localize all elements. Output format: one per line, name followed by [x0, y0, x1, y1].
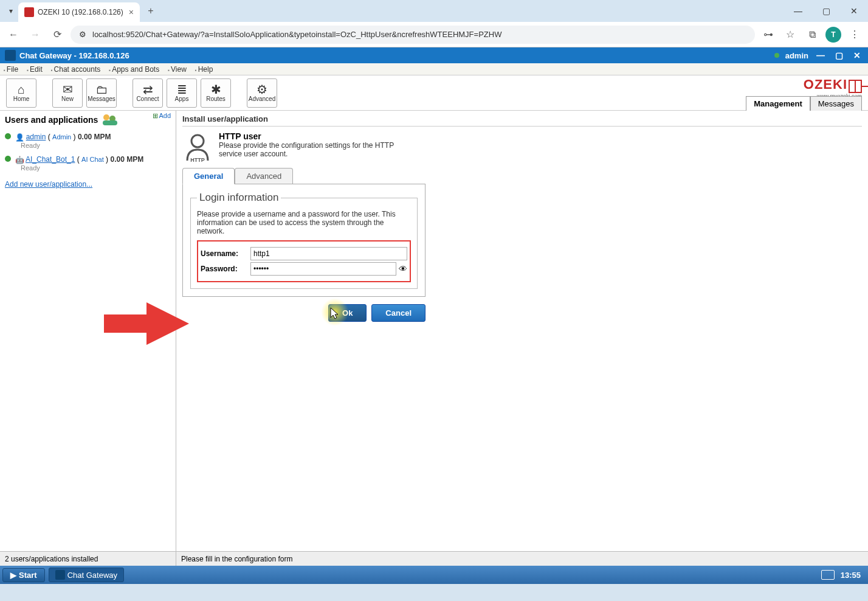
clock: 13:55 — [841, 571, 861, 580]
tool-home[interactable]: ⌂Home — [6, 78, 36, 108]
status-bar: 2 users/applications installed Please fi… — [0, 551, 868, 566]
start-icon: ▶ — [10, 571, 16, 580]
nav-forward-icon[interactable]: → — [27, 26, 44, 43]
status-left: 2 users/applications installed — [0, 552, 176, 566]
content-heading: Install user/application — [182, 114, 862, 127]
status-online-icon — [5, 156, 11, 162]
app-logo-icon — [5, 50, 16, 61]
url-input[interactable]: ⚙ localhost:9520/Chat+Gateway/?a=Install… — [71, 26, 755, 44]
fieldset-legend: Login information — [197, 192, 281, 204]
status-online-icon — [5, 133, 11, 139]
svg-rect-2 — [103, 120, 117, 125]
folder-icon: 🗀 — [95, 83, 108, 96]
password-input[interactable] — [250, 262, 396, 276]
user-status: Ready — [21, 164, 171, 172]
extensions-icon[interactable]: ⧉ — [804, 26, 821, 43]
app-title: Chat Gateway - 192.168.0.126 — [19, 51, 129, 60]
menu-edit[interactable]: Edit — [27, 65, 43, 74]
tab-advanced[interactable]: Advanced — [235, 168, 293, 184]
subject-title: HTTP user — [219, 131, 401, 141]
tool-routes[interactable]: ✱Routes — [201, 78, 231, 108]
ozeki-grid-icon — [849, 80, 862, 93]
user-status-dot-icon — [774, 53, 779, 58]
config-panel: Login information Please provide a usern… — [182, 184, 425, 297]
status-right: Please fill in the configuration form — [176, 555, 292, 563]
new-icon: ✉ — [63, 83, 73, 96]
add-new-user-link[interactable]: Add new user/application... — [5, 180, 171, 189]
taskbar: ▶ Start Chat Gateway 13:55 — [0, 566, 868, 584]
browser-tab[interactable]: OZEKI 10 (192.168.0.126) × — [18, 2, 140, 22]
window-minimize-icon[interactable]: — — [784, 0, 812, 22]
annotation-arrow-icon — [104, 302, 189, 345]
menu-file[interactable]: File — [4, 65, 18, 74]
header-user[interactable]: admin — [785, 51, 808, 60]
show-password-icon[interactable]: 👁 — [399, 264, 407, 274]
svg-point-3 — [191, 135, 204, 147]
sidebar-add-link[interactable]: Add — [153, 112, 171, 120]
toolbar: ⌂Home ✉New 🗀Messages ⇄Connect ≣Apps ✱Rou… — [0, 75, 868, 111]
menu-help[interactable]: Help — [195, 65, 213, 74]
subject-desc: Please provide the configuration setting… — [219, 141, 401, 158]
bot-icon: 🤖 — [15, 156, 24, 164]
browser-menu-icon[interactable]: ⋮ — [846, 26, 863, 43]
menu-chat-accounts[interactable]: Chat accounts — [51, 65, 101, 74]
tab-general[interactable]: General — [182, 168, 235, 184]
tool-apps[interactable]: ≣Apps — [167, 78, 197, 108]
new-tab-button[interactable]: + — [142, 2, 159, 19]
site-info-icon[interactable]: ⚙ — [79, 30, 86, 39]
content-area: Install user/application HTTP HTTP user … — [176, 111, 868, 551]
users-group-icon — [102, 113, 120, 127]
window-maximize-icon[interactable]: ▢ — [812, 0, 840, 22]
fieldset-desc: Please provide a username and a password… — [197, 210, 411, 235]
header-minimize-icon[interactable]: — — [815, 49, 827, 61]
bookmark-icon[interactable]: ☆ — [782, 26, 799, 43]
tool-new[interactable]: ✉New — [52, 78, 83, 108]
svg-text:HTTP: HTTP — [190, 157, 205, 162]
nav-reload-icon[interactable]: ⟳ — [49, 26, 66, 43]
tool-messages[interactable]: 🗀Messages — [86, 78, 117, 108]
user-link[interactable]: AI_Chat_Bot_1 — [26, 155, 75, 164]
apps-icon: ≣ — [177, 83, 187, 96]
tool-connect[interactable]: ⇄Connect — [133, 78, 163, 108]
connect-icon: ⇄ — [143, 83, 153, 96]
taskbar-app-icon — [55, 570, 65, 580]
tab-favicon — [24, 7, 34, 17]
tool-advanced[interactable]: ⚙Advanced — [247, 78, 277, 108]
user-row-bot[interactable]: 🤖 AI_Chat_Bot_1 ( AI Chat ) 0.00 MPM — [5, 155, 171, 164]
profile-avatar[interactable]: T — [825, 27, 841, 43]
user-status: Ready — [21, 142, 171, 149]
username-input[interactable] — [250, 247, 407, 260]
user-link[interactable]: admin — [26, 133, 46, 141]
taskbar-app[interactable]: Chat Gateway — [49, 568, 124, 582]
password-label: Password: — [201, 265, 250, 273]
tab-dropdown-icon[interactable]: ▾ — [4, 4, 18, 18]
header-maximize-icon[interactable]: ▢ — [833, 49, 845, 61]
svg-marker-5 — [104, 302, 189, 345]
username-label: Username: — [201, 249, 250, 258]
menu-apps-bots[interactable]: Apps and Bots — [109, 65, 159, 74]
routes-icon: ✱ — [211, 83, 221, 96]
keyboard-icon[interactable] — [821, 570, 835, 580]
browser-tab-strip: ▾ OZEKI 10 (192.168.0.126) × + — ▢ ✕ — [0, 0, 868, 22]
address-bar: ← → ⟳ ⚙ localhost:9520/Chat+Gateway/?a=I… — [0, 22, 868, 47]
ok-button[interactable]: Ok — [328, 304, 367, 322]
nav-back-icon[interactable]: ← — [5, 26, 22, 43]
cancel-button[interactable]: Cancel — [371, 304, 425, 322]
person-icon: 👤 — [15, 133, 24, 142]
start-button[interactable]: ▶ Start — [2, 568, 45, 582]
header-close-icon[interactable]: ✕ — [851, 49, 863, 61]
window-close-icon[interactable]: ✕ — [840, 0, 868, 22]
user-row-admin[interactable]: 👤 admin ( Admin ) 0.00 MPM — [5, 133, 171, 142]
right-tab-messages[interactable]: Messages — [810, 96, 862, 111]
app-header: Chat Gateway - 192.168.0.126 admin — ▢ ✕ — [0, 47, 868, 63]
menu-view[interactable]: View — [168, 65, 187, 74]
home-icon: ⌂ — [18, 83, 25, 96]
menu-bar: File Edit Chat accounts Apps and Bots Vi… — [0, 63, 868, 75]
gear-icon: ⚙ — [257, 83, 267, 96]
password-key-icon[interactable]: ⊶ — [760, 26, 777, 43]
right-tab-management[interactable]: Management — [746, 96, 810, 111]
url-text: localhost:9520/Chat+Gateway/?a=InstallSo… — [92, 30, 501, 39]
tab-title: OZEKI 10 (192.168.0.126) — [38, 8, 123, 16]
tab-close-icon[interactable]: × — [129, 7, 134, 17]
sidebar-title: Users and applications — [5, 115, 98, 125]
